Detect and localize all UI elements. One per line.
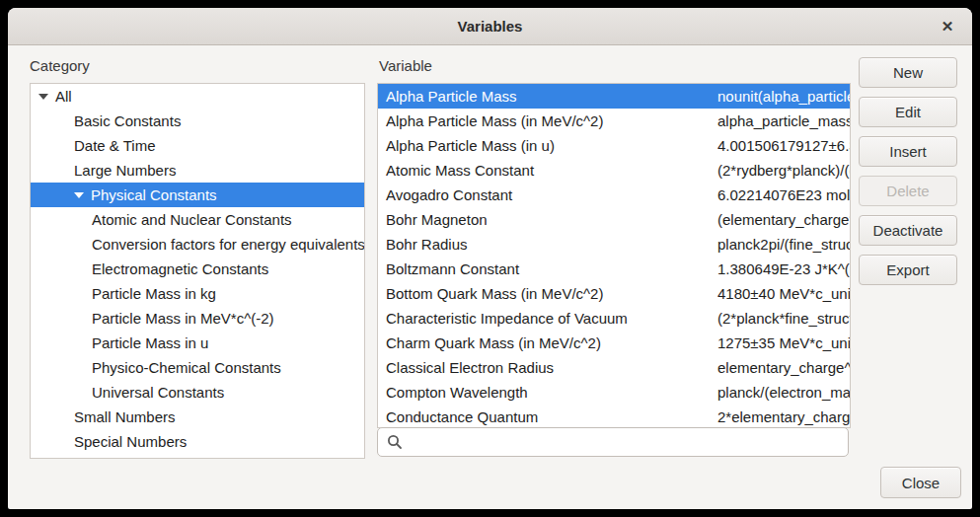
search-input[interactable] (409, 433, 842, 452)
variable-row[interactable]: Boltzmann Constant1.380649E-23 J*K^(- (378, 257, 850, 281)
variable-value: alpha_particle_mass (717, 109, 850, 133)
category-tree-item[interactable]: All (31, 84, 364, 109)
category-tree-item-label: Particle Mass in MeV*c^(-2) (92, 306, 274, 331)
category-tree-item-label: Conversion factors for energy equivalent… (92, 232, 365, 257)
new-button[interactable]: New (859, 57, 957, 88)
variable-value: (2*rydberg*planck)/(c (717, 158, 850, 183)
category-tree-item[interactable]: Particle Mass in u (31, 331, 364, 355)
variable-value: planck2pi/(fine_struct (717, 232, 850, 257)
edit-button[interactable]: Edit (859, 97, 957, 127)
category-tree-item-label: Date & Time (74, 133, 156, 158)
category-tree-item[interactable]: Physical Constants (31, 183, 364, 207)
variable-value: (elementary_charge* (717, 207, 850, 232)
variable-name: Avogadro Constant (378, 183, 717, 207)
variable-value: nounit(alpha_particle (717, 84, 850, 109)
category-tree-item-label: Special Numbers (74, 429, 187, 454)
window-close-icon[interactable]: ✕ (933, 12, 962, 41)
titlebar[interactable]: Variables ✕ (8, 8, 972, 45)
category-tree-item[interactable]: Particle Mass in MeV*c^(-2) (31, 306, 364, 331)
category-tree-item[interactable]: Small Numbers (31, 405, 364, 429)
category-tree-item-label: Physico-Chemical Constants (92, 355, 281, 380)
category-tree-item[interactable]: Date & Time (31, 133, 364, 158)
category-tree-item-label: Particle Mass in u (92, 331, 208, 355)
variable-row[interactable]: Alpha Particle Mass (in MeV/c^2)alpha_pa… (378, 109, 850, 133)
variable-value: (2*planck*fine_struct (717, 306, 850, 331)
variable-value: planck/(electron_mas (717, 380, 850, 405)
category-tree-item-label: Electromagnetic Constants (92, 257, 268, 281)
variable-name: Bottom Quark Mass (in MeV/c^2) (378, 281, 717, 306)
category-tree-item-label: Atomic and Nuclear Constants (92, 207, 292, 232)
variable-name: Alpha Particle Mass (in u) (378, 133, 717, 158)
variable-name: Boltzmann Constant (378, 257, 717, 281)
category-tree-item[interactable]: Large Numbers (31, 158, 364, 183)
variable-value: 6.02214076E23 mol^ (717, 183, 850, 207)
variable-name: Compton Wavelength (378, 380, 717, 405)
variable-row[interactable]: Conductance Quantum2*elementary_charge (378, 405, 850, 428)
category-tree-item[interactable]: Special Numbers (31, 429, 364, 454)
expander-down-icon[interactable] (38, 94, 48, 100)
variable-name: Bohr Magneton (378, 207, 717, 232)
category-tree-item-label: All (55, 84, 72, 109)
variable-name: Atomic Mass Constant (378, 158, 717, 183)
deactivate-button[interactable]: Deactivate (859, 215, 957, 246)
category-tree-item-label: Large Numbers (74, 158, 176, 183)
variable-name: Alpha Particle Mass (378, 84, 717, 109)
variable-name: Classical Electron Radius (378, 355, 717, 380)
variable-value: elementary_charge^ (717, 355, 850, 380)
variable-value: 2*elementary_charge (717, 405, 850, 428)
category-tree-item-label: Universal Constants (92, 380, 224, 405)
category-tree-item-label: Physical Constants (91, 183, 217, 207)
expander-down-icon[interactable] (74, 192, 84, 198)
variable-name: Charm Quark Mass (in MeV/c^2) (378, 331, 717, 355)
category-tree-item-label: Basic Constants (74, 109, 181, 133)
variable-row[interactable]: Classical Electron Radiuselementary_char… (378, 355, 850, 380)
export-button[interactable]: Export (859, 255, 957, 285)
variable-value: 4180±40 MeV*c_unit (717, 281, 850, 306)
close-button[interactable]: Close (880, 467, 961, 498)
search-entry[interactable] (377, 427, 849, 457)
variable-panel-label: Variable (379, 57, 432, 74)
search-icon (387, 434, 403, 450)
category-tree: AllBasic ConstantsDate & TimeLarge Numbe… (30, 83, 365, 459)
variables-dialog: Variables ✕ Category Variable AllBasic C… (8, 8, 972, 509)
variable-row[interactable]: Avogadro Constant6.02214076E23 mol^ (378, 183, 850, 207)
variable-row[interactable]: Bohr Magneton(elementary_charge* (378, 207, 850, 232)
window-title: Variables (458, 18, 523, 35)
delete-button: Delete (859, 176, 957, 206)
variable-row[interactable]: Alpha Particle Mass (in u)4.001506179127… (378, 133, 850, 158)
variable-row[interactable]: Bottom Quark Mass (in MeV/c^2)4180±40 Me… (378, 281, 850, 306)
category-tree-item[interactable]: Universal Constants (31, 380, 364, 405)
variable-value: 4.001506179127±6.3 (717, 133, 850, 158)
variable-row[interactable]: Alpha Particle Massnounit(alpha_particle (378, 84, 850, 109)
category-panel-label: Category (30, 57, 90, 74)
variable-name: Bohr Radius (378, 232, 717, 257)
category-tree-item[interactable]: Electromagnetic Constants (31, 257, 364, 281)
variable-name: Conductance Quantum (378, 405, 717, 428)
category-tree-item-label: Particle Mass in kg (92, 281, 216, 306)
category-tree-item-label: Small Numbers (74, 405, 176, 429)
variable-row[interactable]: Atomic Mass Constant(2*rydberg*planck)/(… (378, 158, 850, 183)
category-tree-item[interactable]: Conversion factors for energy equivalent… (31, 232, 364, 257)
category-tree-item[interactable]: Particle Mass in kg (31, 281, 364, 306)
variable-name: Characteristic Impedance of Vacuum (378, 306, 717, 331)
variable-row[interactable]: Charm Quark Mass (in MeV/c^2)1275±35 MeV… (378, 331, 850, 355)
variable-row[interactable]: Bohr Radiusplanck2pi/(fine_struct (378, 232, 850, 257)
variable-value: 1275±35 MeV*c_unit (717, 331, 850, 355)
variable-row[interactable]: Characteristic Impedance of Vacuum(2*pla… (378, 306, 850, 331)
variable-row[interactable]: Compton Wavelengthplanck/(electron_mas (378, 380, 850, 405)
category-tree-item[interactable]: Physico-Chemical Constants (31, 355, 364, 380)
desktop-background: Variables ✕ Category Variable AllBasic C… (0, 0, 980, 517)
category-tree-item[interactable]: Basic Constants (31, 109, 364, 133)
variable-value: 1.380649E-23 J*K^(- (717, 257, 850, 281)
insert-button[interactable]: Insert (859, 136, 957, 167)
variable-name: Alpha Particle Mass (in MeV/c^2) (378, 109, 717, 133)
dialog-content: Category Variable AllBasic ConstantsDate… (8, 44, 972, 509)
category-tree-item[interactable]: Atomic and Nuclear Constants (31, 207, 364, 232)
variable-list: Alpha Particle Massnounit(alpha_particle… (377, 83, 851, 428)
